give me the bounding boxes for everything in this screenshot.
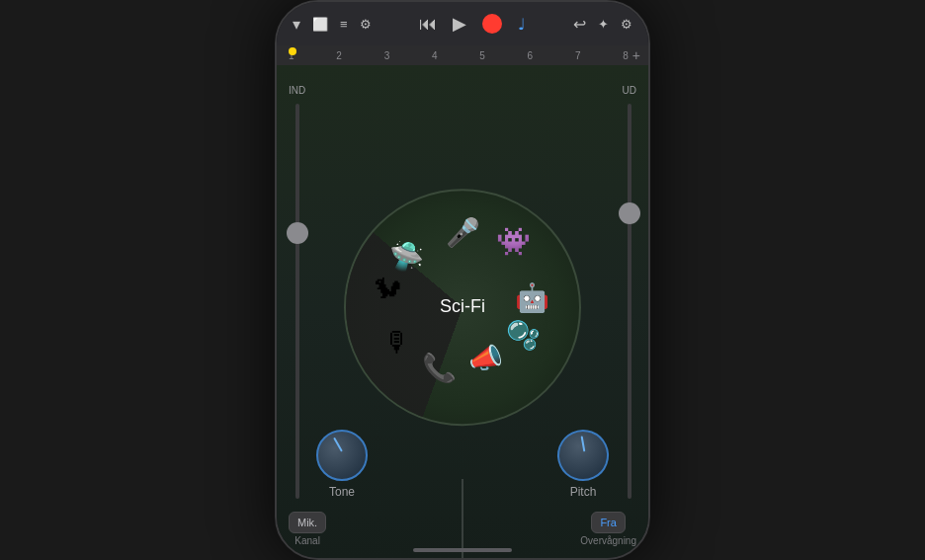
right-slider-label: UD [623, 85, 636, 96]
undo-icon[interactable]: ↩ [573, 15, 586, 34]
right-slider-thumb[interactable] [619, 202, 640, 224]
ruler-mark-8: 8 [623, 50, 629, 61]
toolbar-center: ⏮ ▶ ♩ [419, 13, 526, 35]
monitoring-label: Overvågning [580, 535, 636, 546]
pointer-line [462, 479, 463, 558]
outer-circle[interactable]: 🛸 🎤 👾 🤖 🫧 📣 📞 🎙 🐿 Sci-Fi [344, 189, 581, 426]
mic-button[interactable]: Mik. [289, 512, 326, 533]
mixer-icon[interactable]: ≡ [340, 17, 348, 32]
home-bar [413, 548, 512, 552]
timeline-position-dot [289, 47, 296, 55]
toolbar: ▾ ⬜ ≡ ⚙ ⏮ ▶ ♩ ↩ ✦ ⚙ [277, 2, 648, 45]
megaphone-emoji[interactable]: 📣 [468, 342, 503, 374]
right-slider-container: UD [623, 85, 636, 499]
ruler-mark-6: 6 [528, 50, 534, 61]
monster-emoji[interactable]: 👾 [496, 225, 531, 258]
microphone2-emoji[interactable]: 🎙 [383, 326, 411, 359]
dropdown-icon[interactable]: ▾ [293, 15, 300, 34]
mic-channel-label: Kanal [294, 535, 320, 546]
add-track-icon[interactable]: + [632, 47, 640, 63]
tracks-icon[interactable]: ⬜ [312, 17, 328, 32]
left-slider-container: IND [289, 85, 305, 499]
phone-frame: ▾ ⬜ ≡ ⚙ ⏮ ▶ ♩ ↩ ✦ ⚙ 1 2 3 4 5 6 7 8 + [275, 0, 650, 560]
left-slider-label: IND [289, 85, 305, 96]
tone-knob[interactable] [316, 430, 368, 481]
pitch-knob[interactable] [550, 423, 617, 489]
tempo-icon[interactable]: ✦ [598, 17, 609, 32]
monitoring-button[interactable]: Fra [591, 512, 626, 533]
main-content: IND UD 🛸 🎤 👾 🤖 [277, 65, 648, 558]
squirrel-emoji[interactable]: 🐿 [374, 272, 401, 304]
record-button[interactable] [482, 14, 502, 34]
rewind-button[interactable]: ⏮ [419, 14, 437, 35]
robot-emoji[interactable]: 🤖 [515, 281, 549, 314]
metronome-icon[interactable]: ♩ [518, 15, 526, 34]
gear-icon[interactable]: ⚙ [621, 17, 632, 32]
ufo-emoji[interactable]: 🛸 [389, 239, 424, 272]
left-slider-thumb[interactable] [287, 222, 308, 244]
monitoring-container: Fra Overvågning [580, 512, 636, 546]
voice-mode-label: Sci-Fi [440, 296, 485, 317]
left-slider-track[interactable] [295, 104, 299, 499]
ruler-mark-5: 5 [479, 50, 485, 61]
tone-label: Tone [329, 485, 355, 499]
toolbar-right: ↩ ✦ ⚙ [573, 15, 632, 34]
play-button[interactable]: ▶ [453, 13, 466, 35]
pitch-knob-container: Pitch [557, 430, 609, 499]
ruler-mark-3: 3 [384, 50, 390, 61]
right-slider-track[interactable] [628, 104, 631, 499]
tone-knob-container: Tone [316, 430, 368, 499]
microphone-emoji[interactable]: 🎤 [446, 216, 480, 249]
ruler-marks: 1 2 3 4 5 6 7 8 [285, 50, 632, 61]
phone-emoji[interactable]: 📞 [422, 352, 457, 384]
bubble-emoji[interactable]: 🫧 [506, 319, 541, 352]
ruler: 1 2 3 4 5 6 7 8 + [277, 45, 648, 65]
ruler-mark-7: 7 [575, 50, 581, 61]
voice-selector-circle[interactable]: 🛸 🎤 👾 🤖 🫧 📣 📞 🎙 🐿 Sci-Fi [344, 189, 581, 426]
toolbar-left: ▾ ⬜ ≡ ⚙ [293, 15, 372, 34]
settings-icon[interactable]: ⚙ [360, 17, 372, 32]
ruler-mark-4: 4 [432, 50, 438, 61]
mic-channel-container: Mik. Kanal [289, 512, 326, 546]
pitch-label: Pitch [570, 485, 597, 499]
ruler-mark-2: 2 [336, 50, 342, 61]
